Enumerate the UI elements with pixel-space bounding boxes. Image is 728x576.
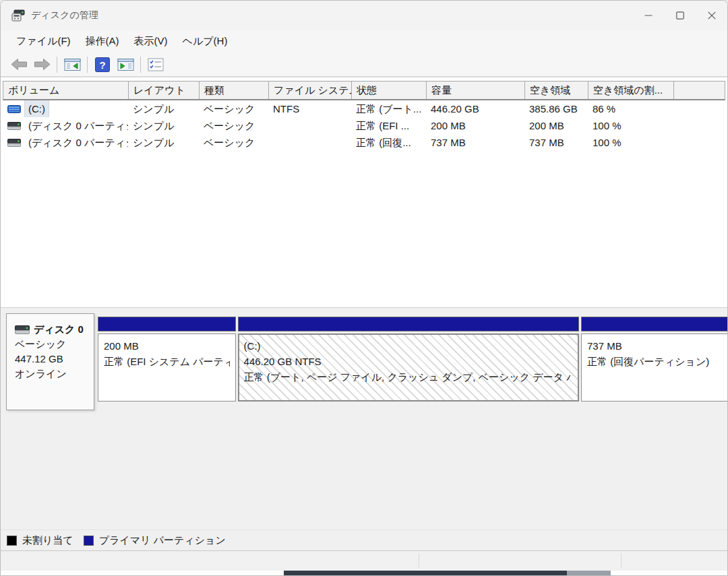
partition-header-bar bbox=[581, 317, 728, 331]
volume-table-header: ボリューム レイアウト 種類 ファイル システム 状態 容量 空き領域 空き領域… bbox=[3, 81, 725, 100]
column-header-type[interactable]: 種類 bbox=[200, 82, 269, 99]
status-bar bbox=[1, 550, 727, 571]
cell-free-percent: 100 % bbox=[588, 134, 673, 151]
forward-button[interactable] bbox=[30, 55, 53, 75]
cell-type: ベーシック bbox=[199, 117, 268, 134]
title-bar: ディスクの管理 bbox=[1, 1, 727, 30]
column-header-volume[interactable]: ボリューム bbox=[3, 82, 129, 99]
volume-name[interactable]: (ディスク 0 パーティシ... bbox=[25, 134, 128, 151]
cell-layout: シンプル bbox=[128, 134, 199, 151]
menu-help[interactable]: ヘルプ(H) bbox=[175, 32, 235, 51]
list-options-icon bbox=[148, 58, 164, 71]
cell-filesystem: NTFS bbox=[268, 100, 351, 117]
partition-status: 正常 (EFI システム パーティ bbox=[104, 354, 230, 369]
status-divider bbox=[621, 553, 621, 569]
cell-status: 正常 (回復... bbox=[351, 134, 426, 151]
column-header-free-percent[interactable]: 空き領域の割... bbox=[588, 82, 674, 99]
toolbar: ? bbox=[1, 53, 727, 77]
primary-partition-label: プライマリ パーティション bbox=[99, 534, 226, 547]
menu-view[interactable]: 表示(V) bbox=[127, 32, 175, 51]
action-pane-icon bbox=[117, 58, 134, 71]
column-header-filesystem[interactable]: ファイル システム bbox=[269, 82, 352, 99]
dark-drive-icon bbox=[15, 325, 30, 334]
forward-arrow-icon bbox=[34, 58, 51, 71]
cell-layout: シンプル bbox=[128, 100, 199, 117]
help-button[interactable]: ? bbox=[91, 55, 114, 75]
taskbar-edge bbox=[284, 571, 567, 575]
cell-capacity: 200 MB bbox=[426, 117, 524, 134]
primary-partition-swatch bbox=[84, 536, 94, 546]
taskbar-edge bbox=[567, 571, 611, 575]
cell-filesystem bbox=[268, 134, 351, 151]
column-header-blank[interactable] bbox=[674, 82, 725, 99]
cell-capacity: 737 MB bbox=[426, 134, 524, 151]
legend-bar: 未割り当て プライマリ パーティション bbox=[1, 530, 727, 550]
back-button[interactable] bbox=[7, 55, 30, 75]
minimize-icon bbox=[644, 11, 653, 20]
disk-0-info[interactable]: ディスク 0 ベーシック 447.12 GB オンライン bbox=[6, 313, 94, 410]
menu-bar: ファイル(F) 操作(A) 表示(V) ヘルプ(H) bbox=[1, 30, 727, 53]
partition-size: 446.20 GB NTFS bbox=[244, 354, 573, 369]
unallocated-swatch bbox=[7, 536, 17, 546]
close-button[interactable] bbox=[696, 1, 727, 30]
volume-name[interactable]: (C:) bbox=[25, 100, 49, 117]
disk-name: ディスク 0 bbox=[34, 322, 84, 337]
disk-type: ベーシック bbox=[15, 337, 94, 352]
disk-management-window: ディスクの管理 ファイル(F) 操作(A) 表示(V) ヘルプ(H) bbox=[0, 0, 728, 576]
cell-type: ベーシック bbox=[199, 100, 268, 117]
column-header-capacity[interactable]: 容量 bbox=[427, 82, 525, 99]
partition-recovery[interactable]: 737 MB 正常 (回復パーティション) bbox=[581, 317, 728, 410]
cell-free-percent: 100 % bbox=[588, 117, 673, 134]
column-header-status[interactable]: 状態 bbox=[352, 82, 427, 99]
maximize-button[interactable] bbox=[664, 1, 696, 30]
column-header-free-space[interactable]: 空き領域 bbox=[525, 82, 588, 99]
cell-volume[interactable]: (ディスク 0 パーティシ... bbox=[3, 134, 128, 151]
dark-drive-icon bbox=[7, 139, 21, 147]
cell-layout: シンプル bbox=[128, 117, 199, 134]
cell-filesystem bbox=[268, 117, 351, 134]
cell-capacity: 446.20 GB bbox=[426, 100, 524, 117]
partition-c-drive[interactable]: (C:) 446.20 GB NTFS 正常 (ブート, ページ ファイル, ク… bbox=[238, 317, 579, 410]
partition-header-bar bbox=[238, 317, 579, 331]
status-divider bbox=[419, 553, 419, 569]
column-header-layout[interactable]: レイアウト bbox=[129, 82, 200, 99]
graphical-view-panel: ディスク 0 ベーシック 447.12 GB オンライン 200 MB 正常 (… bbox=[1, 307, 727, 550]
window-title: ディスクの管理 bbox=[31, 9, 98, 22]
partition-efi[interactable]: 200 MB 正常 (EFI システム パーティ bbox=[98, 317, 236, 410]
cell-type: ベーシック bbox=[199, 134, 268, 151]
toolbar-separator bbox=[140, 57, 141, 73]
partition-header-bar bbox=[98, 317, 236, 331]
menu-action[interactable]: 操作(A) bbox=[78, 32, 127, 51]
table-row[interactable]: (ディスク 0 パーティシ... シンプル ベーシック 正常 (回復... 73… bbox=[3, 134, 725, 151]
volume-name[interactable]: (ディスク 0 パーティシ... bbox=[25, 117, 128, 134]
cell-status: 正常 (EFI ... bbox=[351, 117, 426, 134]
cell-free-percent: 86 % bbox=[588, 100, 673, 117]
partition-status: 正常 (ブート, ページ ファイル, クラッシュ ダンプ, ベーシック データ … bbox=[244, 369, 573, 385]
disk-0-band: ディスク 0 ベーシック 447.12 GB オンライン 200 MB 正常 (… bbox=[6, 313, 723, 410]
disk-management-app-icon bbox=[11, 9, 25, 22]
window-controls bbox=[632, 1, 727, 30]
close-icon bbox=[708, 11, 716, 20]
back-arrow-icon bbox=[11, 58, 28, 71]
console-tree-icon bbox=[64, 58, 81, 71]
partition-size: 737 MB bbox=[587, 338, 728, 354]
table-row[interactable]: (ディスク 0 パーティシ... シンプル ベーシック 正常 (EFI ... … bbox=[3, 117, 725, 134]
partition-name: (C:) bbox=[244, 338, 573, 354]
action-pane-button[interactable] bbox=[114, 55, 137, 75]
blue-drive-icon bbox=[7, 105, 21, 113]
unallocated-label: 未割り当て bbox=[22, 534, 73, 547]
dark-drive-icon bbox=[7, 122, 21, 130]
partition-status: 正常 (回復パーティション) bbox=[587, 354, 728, 369]
minimize-button[interactable] bbox=[632, 1, 664, 30]
toolbar-separator bbox=[57, 57, 57, 73]
volume-list-panel: ボリューム レイアウト 種類 ファイル システム 状態 容量 空き領域 空き領域… bbox=[1, 77, 727, 307]
cell-volume[interactable]: (C:) bbox=[3, 100, 128, 117]
table-row[interactable]: (C:) シンプル ベーシック NTFS 正常 (ブート... 446.20 G… bbox=[3, 100, 725, 117]
console-tree-button[interactable] bbox=[61, 55, 84, 75]
cell-volume[interactable]: (ディスク 0 パーティシ... bbox=[3, 117, 128, 134]
partition-size: 200 MB bbox=[104, 338, 230, 354]
menu-file[interactable]: ファイル(F) bbox=[9, 32, 78, 51]
list-options-button[interactable] bbox=[144, 55, 167, 75]
help-icon: ? bbox=[95, 57, 110, 72]
svg-text:?: ? bbox=[99, 59, 105, 70]
